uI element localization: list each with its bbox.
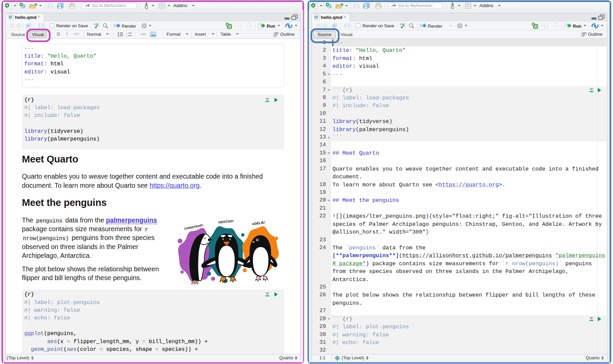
svg-text:1: 1 (126, 32, 127, 34)
svg-text:C: C (229, 25, 231, 29)
svg-text:ADÉLIE!: ADÉLIE! (252, 220, 266, 226)
svg-text:ABC: ABC (93, 23, 100, 26)
svg-text:R: R (329, 5, 331, 8)
svg-text:GENTOO!: GENTOO! (218, 219, 234, 224)
svg-text:2: 2 (126, 35, 127, 37)
svg-text:C: C (535, 25, 537, 29)
svg-text:R: R (23, 5, 25, 8)
svg-text:ABC: ABC (400, 23, 406, 26)
